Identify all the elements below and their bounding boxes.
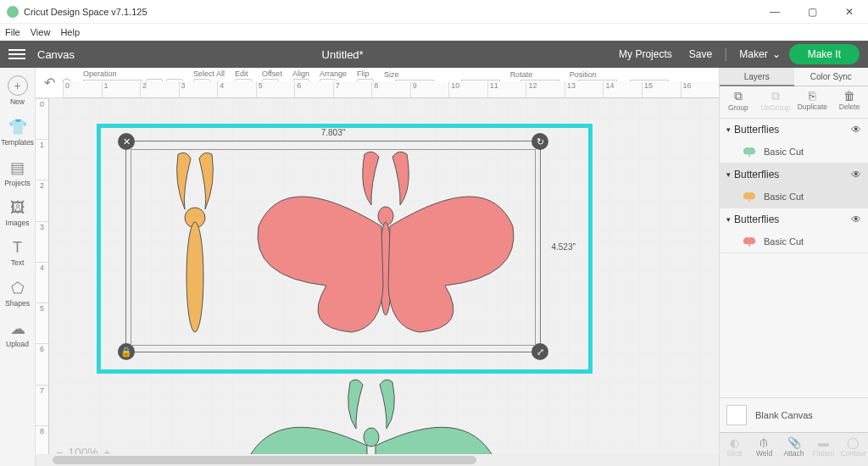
save-link[interactable]: Save [689, 48, 712, 60]
layer-group[interactable]: ▾ Butterflies 👁 Basic Cut [720, 164, 868, 208]
shapes-icon: ⬠ [0, 279, 36, 297]
menu-help[interactable]: Help [60, 27, 80, 37]
canvas-area[interactable]: 012345678910111213141516 012345678 7.803… [36, 98, 719, 466]
arrange-label: Arrange [320, 69, 347, 78]
canvas-color-swatch[interactable] [726, 405, 747, 425]
menu-file[interactable]: File [5, 27, 20, 37]
tab-layers[interactable]: Layers [720, 68, 794, 86]
hamburger-icon[interactable] [8, 49, 25, 59]
make-it-button[interactable]: Make It [789, 44, 860, 64]
tool-shapes[interactable]: ⬠Shapes [0, 273, 36, 313]
tool-new[interactable]: +New [0, 69, 36, 112]
duplicate-icon: ⎘ [794, 89, 832, 103]
tool-projects[interactable]: ▤Projects [0, 153, 36, 193]
tool-text[interactable]: TText [0, 233, 36, 273]
selection-width-label: 7.803" [321, 128, 346, 137]
action-flatten[interactable]: ▬Flatten [809, 433, 838, 466]
horizontal-scrollbar[interactable] [36, 454, 719, 466]
projects-icon: ▤ [0, 158, 36, 177]
tool-shapes-label: Shapes [5, 299, 30, 308]
app-logo-icon [7, 6, 19, 18]
action-attach[interactable]: 📎Attach [779, 433, 809, 466]
svg-point-4 [364, 428, 379, 447]
tool-templates[interactable]: 👕Templates [0, 112, 36, 153]
action-ungroup[interactable]: ⧉UnGroup [757, 86, 794, 118]
layer-group-name: Butterflies [734, 214, 779, 225]
machine-label: Maker [739, 48, 767, 60]
tool-images[interactable]: 🖼Images [0, 193, 36, 233]
position-label: Position [570, 70, 597, 79]
layer-group[interactable]: ▾ Butterflies 👁 Basic Cut [720, 119, 868, 164]
machine-selector[interactable]: Maker ⌄ [739, 48, 780, 60]
select-all-label: Select All [193, 69, 225, 78]
action-group-label: Group [728, 103, 748, 112]
artwork-bounds[interactable] [131, 149, 536, 346]
attach-icon: 📎 [779, 436, 809, 449]
layer-swatch-icon [742, 146, 757, 158]
text-icon: T [0, 239, 36, 257]
tab-color-sync[interactable]: Color Sync [794, 68, 869, 86]
slice-icon: ◐ [720, 436, 749, 449]
my-projects-link[interactable]: My Projects [619, 48, 672, 60]
visibility-icon[interactable]: 👁 [851, 124, 861, 136]
rotate-handle-icon[interactable]: ↻ [531, 133, 548, 150]
ruler-horizontal: 012345678910111213141516 [63, 81, 719, 98]
ungroup-icon: ⧉ [757, 89, 794, 103]
action-duplicate-label: Duplicate [798, 103, 827, 111]
layer-swatch-icon [742, 191, 757, 202]
tool-text-label: Text [11, 258, 25, 267]
group-icon: ⧉ [720, 89, 757, 103]
tool-upload-label: Upload [6, 340, 29, 348]
chevron-down-icon[interactable]: ▾ [726, 170, 731, 179]
weld-icon: ⫛ [749, 436, 779, 449]
tool-upload[interactable]: ☁Upload [0, 313, 36, 354]
left-toolbar: +New 👕Templates ▤Projects 🖼Images TText … [0, 68, 36, 466]
trash-icon: 🗑 [831, 89, 868, 103]
action-group[interactable]: ⧉Group [720, 86, 757, 118]
window-minimize-button[interactable]: — [756, 0, 793, 24]
undo-icon[interactable]: ↶ [44, 75, 55, 91]
tool-new-label: New [10, 97, 25, 106]
chevron-down-icon: ⌄ [772, 48, 781, 60]
action-duplicate[interactable]: ⎘Duplicate [794, 86, 832, 118]
visibility-icon[interactable]: 👁 [851, 214, 861, 225]
right-panel: Layers Color Sync ⧉Group ⧉UnGroup ⎘Dupli… [719, 68, 868, 466]
action-delete[interactable]: 🗑Delete [831, 86, 868, 118]
layer-item[interactable]: Basic Cut [720, 141, 868, 163]
delete-handle-icon[interactable]: ✕ [118, 133, 135, 150]
size-label: Size [384, 70, 399, 79]
layer-item[interactable]: Basic Cut [720, 230, 868, 252]
action-contour[interactable]: ◯Contour [838, 433, 868, 466]
blank-canvas-label: Blank Canvas [755, 410, 813, 420]
visibility-icon[interactable]: 👁 [851, 169, 861, 180]
project-title[interactable]: Untitled* [75, 48, 610, 61]
selection-height-label: 4.523" [551, 242, 576, 252]
tool-images-label: Images [6, 219, 30, 227]
canvas-label: Canvas [37, 48, 75, 61]
scrollbar-thumb[interactable] [53, 456, 476, 464]
layer-item[interactable]: Basic Cut [720, 186, 868, 208]
artwork-green-butterfly[interactable] [202, 378, 541, 466]
templates-icon: 👕 [0, 118, 36, 136]
window-close-button[interactable]: ✕ [831, 0, 868, 24]
action-contour-label: Contour [840, 449, 865, 458]
flatten-icon: ▬ [809, 436, 838, 449]
layer-item-label: Basic Cut [764, 191, 804, 202]
app-title: Cricut Design Space v7.1.125 [24, 7, 756, 17]
blank-canvas-row[interactable]: Blank Canvas [720, 397, 868, 432]
chevron-down-icon[interactable]: ▾ [726, 125, 731, 134]
menu-view[interactable]: View [31, 27, 51, 37]
action-flatten-label: Flatten [813, 449, 835, 458]
layer-item-label: Basic Cut [764, 236, 804, 247]
layer-group[interactable]: ▾ Butterflies 👁 Basic Cut [720, 208, 868, 253]
tool-templates-label: Templates [1, 138, 34, 147]
layer-swatch-icon [742, 236, 757, 247]
menubar: File View Help [0, 24, 868, 41]
action-weld[interactable]: ⫛Weld [749, 433, 779, 466]
action-slice[interactable]: ◐Slice [720, 433, 749, 466]
window-maximize-button[interactable]: ▢ [793, 0, 831, 24]
images-icon: 🖼 [0, 199, 36, 217]
action-delete-label: Delete [839, 103, 860, 111]
action-weld-label: Weld [756, 449, 772, 458]
chevron-down-icon[interactable]: ▾ [726, 215, 731, 224]
